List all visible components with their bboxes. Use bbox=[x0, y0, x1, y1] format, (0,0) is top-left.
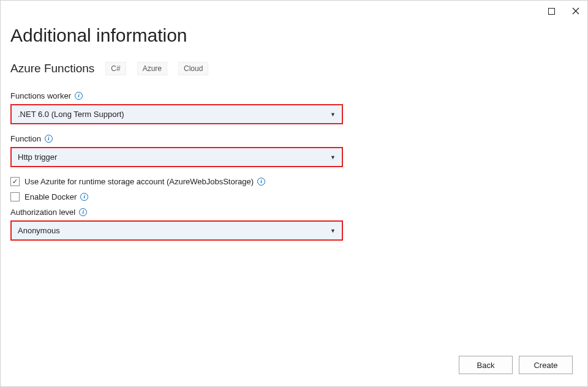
function-group: Function i Http trigger ▼ bbox=[10, 134, 578, 167]
functions-worker-dropdown[interactable]: .NET 6.0 (Long Term Support) ▼ bbox=[10, 104, 343, 124]
info-icon[interactable]: i bbox=[80, 193, 88, 201]
authorization-level-value: Anonymous bbox=[18, 226, 60, 235]
content-area: Additional information Azure Functions C… bbox=[1, 1, 587, 241]
chevron-down-icon: ▼ bbox=[330, 111, 336, 118]
project-type-label: Azure Functions bbox=[10, 62, 94, 75]
titlebar bbox=[543, 3, 584, 19]
use-azurite-label-text: Use Azurite for runtime storage account … bbox=[24, 177, 254, 186]
close-button[interactable] bbox=[568, 3, 584, 19]
authorization-level-label-text: Authorization level bbox=[10, 208, 75, 217]
info-icon[interactable]: i bbox=[79, 208, 87, 216]
back-button[interactable]: Back bbox=[459, 356, 513, 374]
functions-worker-group: Functions worker i .NET 6.0 (Long Term S… bbox=[10, 91, 578, 124]
functions-worker-value: .NET 6.0 (Long Term Support) bbox=[18, 110, 124, 119]
chevron-down-icon: ▼ bbox=[330, 154, 336, 160]
function-value: Http trigger bbox=[18, 152, 57, 162]
enable-docker-label-text: Enable Docker bbox=[24, 192, 77, 201]
enable-docker-checkbox[interactable] bbox=[10, 192, 20, 201]
chevron-down-icon: ▼ bbox=[330, 228, 336, 234]
authorization-level-dropdown[interactable]: Anonymous ▼ bbox=[10, 220, 343, 241]
info-icon[interactable]: i bbox=[257, 178, 265, 186]
tag-cloud: Cloud bbox=[178, 62, 208, 75]
authorization-level-group: Authorization level i Anonymous ▼ bbox=[10, 208, 578, 241]
tag-csharp: C# bbox=[105, 62, 126, 75]
enable-docker-label: Enable Docker i bbox=[24, 192, 88, 201]
function-dropdown[interactable]: Http trigger ▼ bbox=[10, 147, 343, 167]
use-azurite-row: Use Azurite for runtime storage account … bbox=[10, 177, 578, 186]
svg-rect-0 bbox=[548, 8, 554, 14]
authorization-level-label: Authorization level i bbox=[10, 208, 578, 217]
maximize-button[interactable] bbox=[543, 3, 559, 19]
tag-azure: Azure bbox=[137, 62, 167, 75]
functions-worker-label: Functions worker i bbox=[10, 91, 578, 100]
functions-worker-label-text: Functions worker bbox=[10, 91, 71, 100]
enable-docker-row: Enable Docker i bbox=[10, 192, 578, 201]
use-azurite-checkbox[interactable] bbox=[10, 177, 20, 186]
use-azurite-label: Use Azurite for runtime storage account … bbox=[24, 177, 265, 186]
subtitle-row: Azure Functions C# Azure Cloud bbox=[10, 62, 578, 75]
close-icon bbox=[572, 7, 579, 15]
info-icon[interactable]: i bbox=[45, 135, 53, 143]
create-button[interactable]: Create bbox=[519, 356, 573, 374]
footer: Back Create bbox=[459, 356, 573, 374]
function-label-text: Function bbox=[10, 134, 41, 143]
maximize-icon bbox=[548, 8, 555, 15]
page-title: Additional information bbox=[10, 25, 578, 46]
function-label: Function i bbox=[10, 134, 578, 143]
info-icon[interactable]: i bbox=[75, 92, 83, 100]
